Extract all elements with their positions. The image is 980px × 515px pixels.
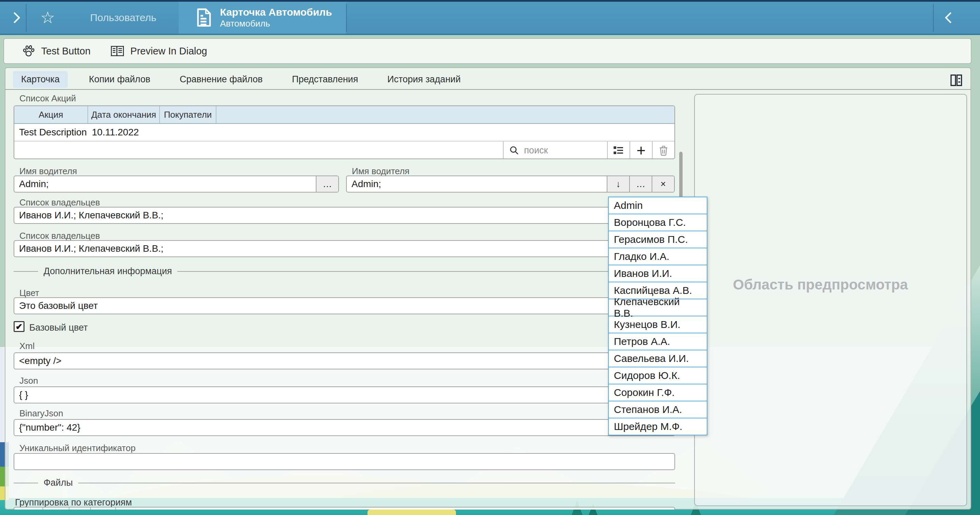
trash-icon (659, 145, 669, 156)
dropdown-item[interactable]: Admin (609, 197, 707, 214)
promo-table-header: Акция Дата окончания Покупатели (14, 106, 675, 124)
divider (26, 4, 27, 32)
nav-tab-user-label: Пользователь (90, 12, 156, 24)
color-field[interactable]: Это базовый цвет (14, 297, 675, 314)
search-input[interactable]: поиск (503, 141, 607, 159)
clear-button[interactable]: × (652, 176, 674, 192)
owners-list2-field[interactable]: Иванов И.И.; Клепачевский В.В.; (14, 240, 675, 257)
binaryjson-field[interactable]: {"number": 42} (14, 419, 675, 436)
vertical-scrollbar-thumb[interactable] (679, 152, 682, 198)
favorites-button[interactable]: ☆ (35, 2, 60, 34)
tab-label: Представления (292, 74, 358, 84)
base-color-checkbox-label[interactable]: Базовый цвет (29, 323, 88, 333)
json-field[interactable]: { } (14, 386, 675, 404)
tab-istoriya-zadanii[interactable]: История заданий (379, 71, 469, 88)
section-additional-info: Дополнительная информация (14, 266, 675, 277)
dropdown-item[interactable]: Воронцова Г.С. (609, 214, 707, 231)
driver-name-field[interactable]: Admin; … (14, 175, 339, 192)
binaryjson-label: BinaryJson (19, 408, 63, 419)
tabstrip-divider (5, 89, 971, 90)
driver-name2-field[interactable]: Admin; ↓ … × (346, 175, 675, 192)
column-header-akciya[interactable]: Акция (14, 106, 88, 123)
column-header-empty (216, 106, 675, 123)
delete-row-button[interactable] (652, 141, 675, 159)
tab-label: Сравнение файлов (180, 74, 263, 84)
collapse-panel-button[interactable] (937, 2, 964, 34)
select-from-list-button[interactable] (607, 141, 630, 159)
xml-label: Xml (19, 341, 35, 351)
preview-panel: Область предпросмотра (694, 94, 967, 506)
tab-sravnenie-failov[interactable]: Сравнение файлов (172, 71, 271, 88)
dropdown-item[interactable]: Шрейдер М.Ф. (609, 418, 707, 435)
driver-name-dropdown: Admin Воронцова Г.С. Герасимов П.С. Глад… (608, 197, 708, 436)
divider (933, 4, 934, 32)
owners-list2-label: Список владельцев (19, 230, 100, 241)
dropdown-item[interactable]: Клепачевский В.В. (609, 299, 707, 316)
tab-predstavleniya[interactable]: Представления (284, 71, 366, 88)
star-icon: ☆ (40, 10, 55, 26)
test-button[interactable]: Test Button (22, 44, 91, 58)
document-icon (196, 8, 212, 27)
section-files-label: Файлы (43, 478, 73, 488)
ellipsis-button[interactable]: … (316, 176, 338, 192)
dropdown-item[interactable]: Петров А.А. (609, 333, 707, 350)
preview-in-dialog-button[interactable]: Preview In Dialog (110, 45, 207, 57)
driver-name2-value[interactable]: Admin; (347, 176, 607, 192)
column-header-data-okonchaniya[interactable]: Дата окончания (88, 106, 160, 123)
top-navigation-bar: ☆ Пользователь Карточка Автомобиль Автом… (0, 0, 980, 35)
driver-name2-label: Имя водителя (352, 166, 409, 176)
search-icon (509, 145, 519, 156)
search-placeholder: поиск (524, 145, 548, 156)
owners-list-label: Список владельцев (19, 197, 100, 208)
tab-label: Карточка (21, 74, 60, 84)
preview-in-dialog-label: Preview In Dialog (130, 46, 207, 57)
color-label: Цвет (19, 288, 39, 298)
section-files: Файлы (14, 478, 675, 488)
card-toolbar: Test Button Preview In Dialog (3, 38, 972, 64)
promo-table: Акция Дата окончания Покупатели Test Des… (14, 105, 675, 159)
chevron-right-icon (9, 12, 21, 24)
expand-nav-button[interactable] (5, 2, 24, 34)
add-row-button[interactable]: + (630, 141, 652, 159)
column-header-pokupateli[interactable]: Покупатели (160, 106, 216, 123)
cell-data-okonchaniya: 10.11.2022 (92, 127, 139, 138)
ellipsis-button[interactable]: … (629, 176, 652, 192)
sand-patch (368, 510, 456, 515)
files-table-clipped (14, 507, 675, 510)
toggle-preview-layout-button[interactable] (950, 73, 963, 87)
dropdown-item[interactable]: Иванов И.И. (609, 265, 707, 282)
cell-akciya: Test Description (19, 127, 87, 138)
promo-list-label: Список Акций (19, 93, 76, 104)
uid-field[interactable] (14, 453, 675, 470)
tab-kopii-failov[interactable]: Копии файлов (81, 71, 159, 88)
grouping-label: Группировка по категориям (15, 497, 132, 508)
tab-kartochka[interactable]: Карточка (13, 71, 68, 88)
dropdown-item[interactable]: Сидоров Ю.К. (609, 367, 707, 385)
split-view-icon (950, 73, 963, 87)
tab-label: История заданий (387, 74, 460, 84)
promo-table-row[interactable]: Test Description 10.11.2022 (14, 124, 675, 141)
nav-tab-card[interactable]: Карточка Автомобиль Автомобиль (179, 2, 346, 34)
preview-dialog-icon (110, 45, 124, 57)
tab-label: Копии файлов (89, 74, 150, 84)
owners-list-field[interactable]: Иванов И.И.; Клепачевский В.В.; (14, 207, 675, 224)
dropdown-item[interactable]: Степанов И.А. (609, 401, 707, 418)
driver-name-label: Имя водителя (19, 166, 77, 176)
card-tab-subtitle: Автомобиль (220, 18, 332, 29)
dropdown-item[interactable]: Гладко И.А. (609, 248, 707, 265)
dropdown-button[interactable]: ↓ (607, 176, 629, 192)
base-color-checkbox[interactable]: ✔ (14, 321, 24, 332)
driver-name-value[interactable]: Admin; (14, 176, 316, 192)
json-label: Json (19, 375, 38, 386)
promo-table-footer: поиск + (14, 141, 675, 159)
card-tab-title: Карточка Автомобиль (220, 6, 332, 18)
divider (346, 4, 347, 32)
section-additional-info-label: Дополнительная информация (43, 266, 172, 277)
xml-field[interactable]: <empty /> (14, 353, 675, 369)
paw-icon (22, 44, 35, 58)
dropdown-item[interactable]: Герасимов П.С. (609, 231, 707, 248)
preview-placeholder: Область предпросмотра (695, 277, 946, 293)
dropdown-item[interactable]: Савельева И.И. (609, 350, 707, 367)
dropdown-item[interactable]: Сорокин Г.Ф. (609, 385, 707, 401)
nav-tab-user[interactable]: Пользователь (70, 2, 176, 34)
